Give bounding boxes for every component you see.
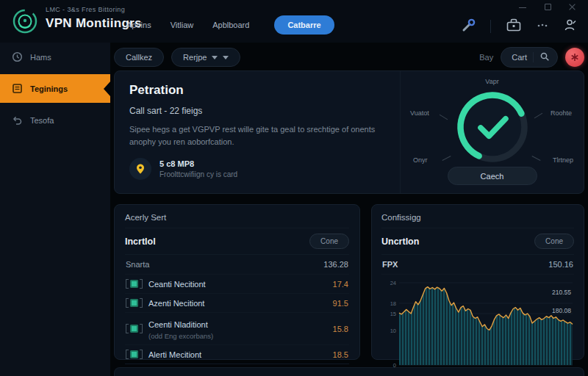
divider bbox=[490, 20, 491, 33]
content-toolbar: Callkez Rerjpe Bay Cart bbox=[114, 46, 584, 68]
pin-icon bbox=[129, 158, 151, 180]
alert-badge-button[interactable] bbox=[565, 48, 584, 67]
clock-icon bbox=[12, 51, 23, 62]
metric-row: FPX 150.16 bbox=[381, 255, 574, 275]
summary-label: Snarta bbox=[126, 260, 149, 269]
nav-item-apblboard[interactable]: Apblboard bbox=[212, 21, 249, 29]
chart-area: 24181510014016022028318520840210.55180.0… bbox=[381, 277, 574, 376]
close-icon[interactable] bbox=[569, 3, 576, 10]
minimize-icon[interactable] bbox=[519, 3, 526, 10]
sidebar-item-tesofa[interactable]: Tesofa bbox=[0, 106, 110, 134]
svg-text:24: 24 bbox=[390, 280, 396, 286]
gauge-connector bbox=[442, 156, 451, 161]
record-icon bbox=[126, 324, 143, 333]
row-label: Alerti Mecitiont bbox=[148, 350, 201, 359]
divider bbox=[533, 52, 534, 62]
svg-text:210.55: 210.55 bbox=[552, 289, 571, 296]
gauge-label-bottom-right: Tlrtnep bbox=[553, 156, 573, 164]
nav-item-vitliaw[interactable]: Vitliaw bbox=[171, 21, 194, 29]
more-icon[interactable] bbox=[537, 19, 548, 34]
gauge-action-button[interactable]: Caech bbox=[448, 167, 537, 185]
tip-text: Froolttcwifiign cy is card bbox=[159, 170, 237, 178]
gauge-connector bbox=[532, 156, 541, 161]
list-rows: Ceanti Necitiont 17.4 Azenti Necitiont 9… bbox=[125, 275, 349, 376]
list-panel: Acerly Sert Incrtlol Cone Snarta 136.28 … bbox=[114, 204, 360, 360]
sidebar-item-label: Hams bbox=[30, 53, 51, 62]
wrench-icon[interactable] bbox=[461, 18, 476, 35]
chart-action-button[interactable]: Cone bbox=[534, 234, 574, 249]
table-row[interactable]: Ceenti Nladitiont (odd Eng excorbans) 15… bbox=[125, 313, 349, 345]
range-label: Rerjpe bbox=[183, 53, 207, 62]
app-window: LMC - 3&s Fres Bittoring VPN Montiingrs … bbox=[0, 0, 588, 376]
chart-panel: Confissigg Uncrtlon Cone FPX 150.16 2418… bbox=[371, 204, 584, 360]
area-chart-svg: 24181510014016022028318520840210.55180.0… bbox=[381, 277, 574, 375]
hero-subtitle: Call sart - 22 fieigs bbox=[129, 106, 385, 116]
row-label: Ceanti Necitiont bbox=[148, 280, 206, 289]
sidebar: Hams Teginings Tesofa bbox=[0, 43, 110, 376]
journal-icon bbox=[12, 83, 23, 94]
tip-title: 5 c8 MP8 bbox=[159, 159, 237, 168]
row-value: 15.8 bbox=[333, 325, 348, 333]
chart-panel-title: Confissigg bbox=[381, 213, 574, 228]
topbar: LMC - 3&s Fres Bittoring VPN Montiingrs … bbox=[0, 0, 588, 43]
range-dropdown[interactable]: Rerjpe bbox=[171, 48, 240, 67]
sidebar-item-teginings[interactable]: Teginings bbox=[0, 74, 110, 103]
undo-arrow-icon bbox=[12, 115, 23, 126]
sidebar-item-label: Teginings bbox=[30, 84, 68, 93]
gauge-connector bbox=[440, 115, 448, 120]
tip-texts: 5 c8 MP8 Froolttcwifiign cy is card bbox=[159, 159, 237, 178]
gauge-label-bottom-left: Onyr bbox=[413, 156, 428, 164]
row-value: 17.4 bbox=[333, 280, 348, 289]
hero-description: Sipee hegs a get VGPVP rest wille gite t… bbox=[129, 123, 385, 148]
table-row[interactable]: Alerti Mecitiont 18.5 bbox=[125, 345, 349, 364]
chart-section-row: Uncrtlon Cone bbox=[381, 228, 574, 255]
cart-search-button[interactable]: Cart bbox=[501, 47, 558, 68]
chevron-down-icon bbox=[212, 56, 218, 59]
list-action-button[interactable]: Cone bbox=[309, 234, 349, 249]
search-icon bbox=[539, 51, 550, 63]
user-icon[interactable] bbox=[563, 18, 578, 35]
record-icon bbox=[126, 279, 143, 289]
hero-card: Petration Call sart - 22 fieigs Sipee he… bbox=[114, 70, 584, 194]
row-value: 91.5 bbox=[333, 299, 348, 308]
gauge-panel: Vapr Vuatot Roohte Onyr Tlrtnep Caech bbox=[400, 71, 584, 193]
bay-label: Bay bbox=[479, 53, 493, 62]
svg-text:10: 10 bbox=[390, 328, 396, 334]
topbar-icons bbox=[461, 18, 578, 35]
table-row[interactable]: Ceanti Necitiont 17.4 bbox=[125, 275, 349, 294]
gauge-connector bbox=[534, 113, 543, 119]
gauge-label-right: Roohte bbox=[551, 109, 572, 117]
svg-text:18: 18 bbox=[390, 300, 396, 307]
gauge-label-top: Vapr bbox=[485, 78, 498, 85]
filter-button[interactable]: Callkez bbox=[114, 48, 164, 67]
cta-button[interactable]: Catbarre bbox=[274, 15, 334, 35]
list-panel-title: Acerly Sert bbox=[125, 213, 349, 228]
window-controls bbox=[519, 3, 576, 10]
top-nav: Apoins Vitliaw Apblboard Catbarre bbox=[126, 0, 334, 43]
toolbar-right: Bay Cart bbox=[479, 47, 584, 68]
burst-icon bbox=[570, 53, 579, 62]
record-icon bbox=[126, 350, 143, 359]
table-row[interactable]: Azenti Necitiont 91.5 bbox=[125, 294, 349, 313]
nav-item-apoins[interactable]: Apoins bbox=[126, 21, 151, 29]
row-label: Azenti Necitiont bbox=[148, 299, 204, 308]
next-panel-cutoff bbox=[114, 367, 584, 376]
list-section-label: Incrtlol bbox=[125, 236, 156, 247]
metric-value: 150.16 bbox=[548, 260, 573, 269]
list-section-row: Incrtlol Cone bbox=[125, 228, 349, 255]
sidebar-item-hams[interactable]: Hams bbox=[0, 43, 110, 71]
row-sublabel: (odd Eng excorbans) bbox=[148, 332, 213, 340]
cart-label: Cart bbox=[512, 53, 527, 62]
hero-content: Petration Call sart - 22 fieigs Sipee he… bbox=[115, 71, 400, 193]
metric-label: FPX bbox=[382, 260, 398, 269]
page-title: Petration bbox=[129, 83, 385, 98]
row-label: Ceenti Nladitiont bbox=[148, 320, 208, 329]
chevron-down-icon bbox=[223, 56, 229, 59]
restore-icon[interactable] bbox=[544, 3, 551, 10]
summary-value: 136.28 bbox=[323, 260, 348, 269]
app-logo-icon bbox=[10, 7, 40, 36]
briefcase-icon[interactable] bbox=[506, 18, 522, 35]
gauge-label-left: Vuatot bbox=[410, 109, 429, 117]
record-icon bbox=[126, 298, 143, 308]
filter-label: Callkez bbox=[126, 53, 152, 62]
